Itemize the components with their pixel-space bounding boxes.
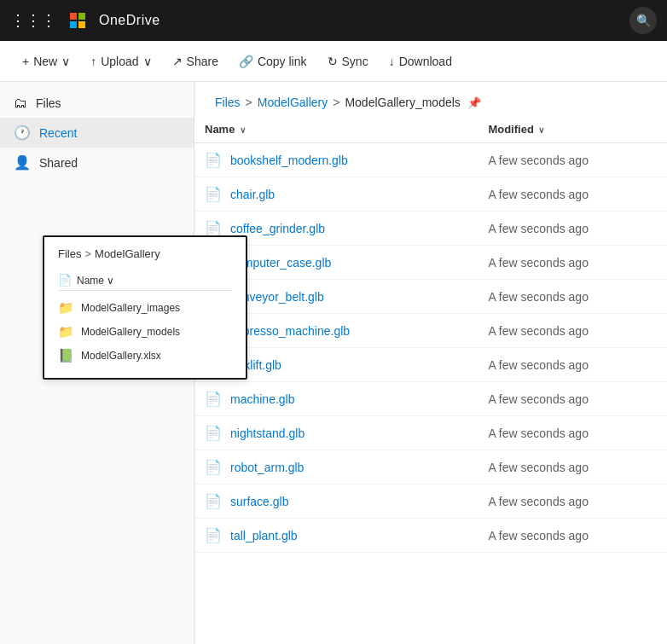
file-icon: 📄 — [205, 493, 222, 509]
link-icon: 🔗 — [239, 55, 253, 68]
table-row[interactable]: 📄tall_plant.glbA few seconds ago — [194, 519, 667, 553]
table-row[interactable]: 📄bookshelf_modern.glbA few seconds ago — [194, 143, 667, 177]
col-name-header[interactable]: Name ∨ — [194, 116, 478, 143]
file-name: tall_plant.glb — [230, 529, 298, 542]
excel-icon: 📗 — [58, 348, 74, 363]
download-label: Download — [399, 55, 452, 68]
sync-button[interactable]: ↻ Sync — [319, 49, 377, 73]
file-table: Name ∨ Modified ∨ 📄bookshelf_modern.glbA… — [194, 116, 667, 553]
file-icon: 📄 — [205, 152, 222, 168]
table-header-row: Name ∨ Modified ∨ — [194, 116, 667, 143]
file-icon: 📄 — [205, 186, 222, 202]
main-layout: 🗂 Files 🕐 Recent 👤 Shared Files > ModelG… — [0, 82, 667, 644]
preview-item-name: ModelGallery_images — [81, 302, 180, 314]
preview-list-item-images[interactable]: 📁 ModelGallery_images — [58, 296, 232, 320]
sidebar-recent-label: Recent — [39, 126, 77, 140]
download-button[interactable]: ↓ Download — [380, 49, 461, 73]
preview-header-icon: 📄 — [58, 274, 72, 287]
upload-icon: ↑ — [90, 55, 96, 68]
modified-cell: A few seconds ago — [478, 519, 667, 553]
file-name-cell[interactable]: 📄surface.glb — [205, 493, 467, 509]
folder-icon: 📁 — [58, 300, 74, 316]
file-name-cell[interactable]: 📄nightstand.glb — [205, 425, 467, 441]
breadcrumb-sep1: > — [246, 96, 252, 109]
preview-item-name: ModelGallery_models — [81, 326, 180, 338]
breadcrumb-sep2: > — [333, 96, 339, 109]
preview-list-header: 📄 Name ∨ — [58, 270, 232, 291]
file-icon: 📄 — [205, 425, 222, 441]
sidebar-item-recent[interactable]: 🕐 Recent — [0, 118, 194, 148]
search-button[interactable]: 🔍 — [629, 7, 657, 34]
app-name: OneDrive — [99, 13, 160, 28]
waffle-icon[interactable]: ⋮⋮⋮ — [10, 11, 56, 30]
sync-label: Sync — [342, 55, 368, 68]
table-row[interactable]: 📄conveyor_belt.glbA few seconds ago — [194, 280, 667, 314]
recent-icon: 🕐 — [14, 125, 31, 141]
table-row[interactable]: 📄espresso_machine.glbA few seconds ago — [194, 314, 667, 348]
sidebar-item-shared[interactable]: 👤 Shared — [0, 148, 194, 177]
file-name-cell[interactable]: 📄machine.glb — [205, 391, 467, 407]
file-name: nightstand.glb — [230, 426, 304, 440]
table-row[interactable]: 📄machine.glbA few seconds ago — [194, 382, 667, 416]
file-icon: 📄 — [205, 527, 222, 543]
modified-cell: A few seconds ago — [478, 382, 667, 416]
breadcrumb-model-gallery[interactable]: ModelGallery — [258, 96, 328, 109]
upload-button[interactable]: ↑ Upload ∨ — [82, 49, 160, 73]
sidebar: 🗂 Files 🕐 Recent 👤 Shared Files > ModelG… — [0, 82, 194, 644]
table-row[interactable]: 📄coffee_grinder.glbA few seconds ago — [194, 212, 667, 246]
table-row[interactable]: 📄computer_case.glbA few seconds ago — [194, 246, 667, 280]
file-icon: 📄 — [205, 391, 222, 407]
new-button[interactable]: + New ∨ — [14, 49, 78, 73]
sort-arrow-name: ∨ — [240, 125, 246, 135]
shared-icon: 👤 — [14, 154, 31, 171]
preview-list-item-xlsx[interactable]: 📗 ModelGallery.xlsx — [58, 344, 232, 368]
sidebar-files-label: Files — [36, 96, 61, 110]
copy-link-button[interactable]: 🔗 Copy link — [230, 49, 316, 73]
table-row[interactable]: 📄forklift.glbA few seconds ago — [194, 348, 667, 382]
preview-item-name: ModelGallery.xlsx — [81, 350, 161, 362]
modified-cell: A few seconds ago — [478, 177, 667, 212]
sidebar-item-files[interactable]: 🗂 Files — [0, 89, 194, 118]
share-button[interactable]: ↗ Share — [164, 49, 227, 73]
file-name-cell[interactable]: 📄bookshelf_modern.glb — [205, 152, 467, 168]
sync-icon: ↻ — [328, 55, 338, 68]
file-name-cell[interactable]: 📄coffee_grinder.glb — [205, 220, 467, 236]
top-bar: ⋮⋮⋮ OneDrive 🔍 — [0, 0, 667, 41]
file-name-cell[interactable]: 📄tall_plant.glb — [205, 527, 467, 543]
modified-cell: A few seconds ago — [478, 450, 667, 484]
table-row[interactable]: 📄robot_arm.glbA few seconds ago — [194, 450, 667, 484]
upload-chevron-icon: ∨ — [143, 55, 152, 68]
col-modified-header[interactable]: Modified ∨ — [478, 116, 667, 143]
toolbar: + New ∨ ↑ Upload ∨ ↗ Share 🔗 Copy link ↻… — [0, 41, 667, 82]
col-name-label: Name — [205, 123, 235, 136]
new-chevron-icon: ∨ — [61, 55, 70, 68]
files-icon: 🗂 — [14, 96, 27, 111]
download-icon: ↓ — [389, 55, 395, 68]
file-name: chair.glb — [230, 188, 275, 201]
copy-link-label: Copy link — [258, 55, 307, 68]
preview-files-crumb[interactable]: Files — [58, 247, 81, 260]
preview-folder-crumb[interactable]: ModelGallery — [95, 247, 160, 260]
file-name-cell[interactable]: 📄chair.glb — [205, 186, 467, 202]
preview-breadcrumb: Files > ModelGallery — [58, 247, 232, 260]
modified-cell: A few seconds ago — [478, 280, 667, 314]
file-name: surface.glb — [230, 495, 288, 508]
preview-sep: > — [84, 247, 91, 260]
modified-cell: A few seconds ago — [478, 484, 667, 519]
table-row[interactable]: 📄surface.glbA few seconds ago — [194, 484, 667, 519]
file-name: espresso_machine.glb — [230, 324, 350, 338]
pin-icon[interactable]: 📌 — [467, 96, 481, 109]
preview-list-item-models[interactable]: 📁 ModelGallery_models — [58, 320, 232, 344]
share-label: Share — [187, 55, 218, 68]
table-row[interactable]: 📄nightstand.glbA few seconds ago — [194, 416, 667, 450]
new-label: New — [33, 55, 57, 68]
modified-cell: A few seconds ago — [478, 416, 667, 450]
microsoft-logo — [70, 13, 85, 28]
file-name-cell[interactable]: 📄robot_arm.glb — [205, 459, 467, 475]
table-row[interactable]: 📄chair.glbA few seconds ago — [194, 177, 667, 212]
col-modified-label: Modified — [488, 123, 533, 136]
file-name: bookshelf_modern.glb — [230, 154, 348, 167]
breadcrumb-files[interactable]: Files — [215, 96, 241, 109]
file-name: robot_arm.glb — [230, 461, 304, 474]
modified-cell: A few seconds ago — [478, 143, 667, 177]
